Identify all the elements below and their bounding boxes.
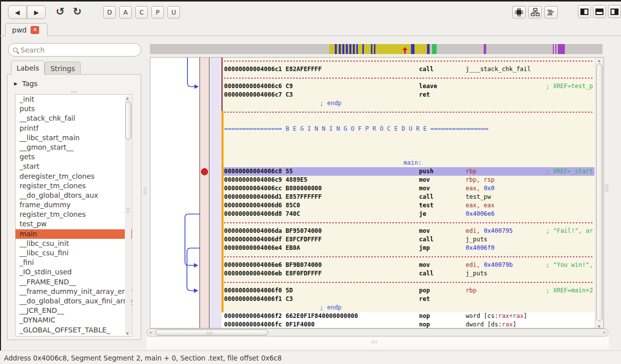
separator-line[interactable] [224,252,594,261]
label-item-__libc_start_main[interactable]: __libc_start_main [16,133,132,143]
type-button-p[interactable]: P [151,6,164,19]
asm-line-00000000004006c6[interactable]: 00000000004006c6 C9leave; XREF=test_p [224,82,594,91]
scroll-down-icon[interactable]: ▼ [598,324,600,328]
label-item-main[interactable]: main [16,229,132,239]
label-item-register_tm_clones[interactable]: register_tm_clones [16,210,132,219]
separator-line[interactable] [224,74,594,82]
sidebar-splitter-grip[interactable] [143,186,147,194]
toggle-bottom-panel-button[interactable] [593,5,606,18]
label-item-deregister_tm_clones[interactable]: deregister_tm_clones [16,172,132,181]
disassembly-hscrollbar[interactable]: ◂ ▸ [146,328,608,336]
asm-line-00000000004006df[interactable]: 00000000004006df E8FCFDFFFFcallj_puts [224,235,594,244]
control-flow-graph-button[interactable] [528,6,542,19]
nav-forward-button[interactable]: ▶ [27,6,46,19]
asm-line-00000000004006eb[interactable]: 00000000004006eb E8F0FDFFFFcallj_puts [224,269,594,278]
type-button-a[interactable]: A [119,6,132,19]
asm-line-00000000004006e6[interactable]: 00000000004006e6 BF9B074000movedi, 0x400… [224,261,594,269]
disassembly-vscrollbar[interactable]: ▲ ▼ [595,58,603,328]
disassembly-view[interactable]: 00000000004006c1 E82AFEFFFFcallj___stack… [150,57,604,328]
address-bytes: 00000000004006cc B800000000 [224,184,322,193]
type-button-c[interactable]: C [135,6,148,19]
disassembly-hscrollbar-thumb[interactable] [155,329,268,335]
search-input[interactable] [21,46,126,54]
endp-text: ; endp [320,303,341,312]
scroll-up-icon[interactable]: ▲ [598,59,600,62]
label-item-_start[interactable]: _start [16,162,132,171]
label-item-__stack_chk_fail[interactable]: __stack_chk_fail [16,114,132,123]
breakpoint-dot[interactable] [201,168,208,175]
asm-line-00000000004006c9[interactable]: 00000000004006c9 4889E5movrbp, rsp [224,176,594,184]
search-box[interactable] [8,43,141,57]
label-item-register_tm_clones[interactable]: register_tm_clones [16,181,132,191]
asm-line-00000000004006c7[interactable]: 00000000004006c7 C3ret [224,91,594,99]
bottom-splitter-grip[interactable] [372,340,377,343]
type-button-u[interactable]: U [167,6,180,19]
toggle-right-panel-button[interactable] [608,5,621,18]
redo-button[interactable]: ↻ [71,5,84,19]
scroll-left-icon[interactable]: ◂ [149,330,151,334]
disassembly-vscrollbar-thumb[interactable] [596,64,602,321]
toggle-left-panel-button[interactable] [578,5,591,18]
label-item-__libc_csu_init[interactable]: __libc_csu_init [16,239,132,248]
label-item-_IO_stdin_used[interactable]: _IO_stdin_used [16,267,132,277]
procedure-banner[interactable]: ================ B E G I N N I N G O F P… [224,125,594,133]
cpu-view-button[interactable] [512,6,526,19]
undo-button[interactable]: ↺ [54,5,67,19]
separator-line[interactable] [224,278,594,286]
tags-splitter-grip[interactable] [72,91,77,93]
tab-close-button[interactable]: ✕ [31,26,39,34]
asm-line-00000000004006f1[interactable]: 00000000004006f1 C3ret [224,295,594,303]
sidebar-tab-strings[interactable]: Strings [45,62,81,75]
type-button-d[interactable]: D [103,6,116,19]
scroll-right-icon[interactable]: ▸ [603,330,605,334]
label-item-_init[interactable]: _init [16,95,132,104]
scroll-up-icon[interactable]: ▲ [126,96,129,100]
mnemonic: call [419,269,434,278]
labels-scrollbar-thumb[interactable] [125,102,131,140]
label-item-__do_global_dtors_aux[interactable]: __do_global_dtors_aux [16,191,132,200]
asm-line-00000000004006d8[interactable]: 00000000004006d8 740Cje0x4006e6 [224,210,594,218]
label-item-gets[interactable]: gets [16,152,132,162]
separator-line[interactable] [224,108,594,116]
label-item-__do_global_dtors_aux_fini_array_entry[interactable]: __do_global_dtors_aux_fini_array_entry [16,296,132,306]
label-item-_GLOBAL_OFFSET_TABLE_[interactable]: _GLOBAL_OFFSET_TABLE_ [16,325,132,335]
mnemonic: leave [419,82,437,91]
label-item-__frame_dummy_init_array_entry[interactable]: __frame_dummy_init_array_entry [16,287,132,296]
label-item-printf[interactable]: printf [16,124,132,133]
asm-line-00000000004006cc[interactable]: 00000000004006cc B800000000moveax, 0x0 [224,184,594,193]
separator-line[interactable] [224,218,594,227]
label-item-__FRAME_END__[interactable]: __FRAME_END__ [16,277,132,287]
proc-label-main[interactable]: main: [224,159,594,167]
separator-line[interactable] [224,57,594,65]
label-item-test_pw[interactable]: test_pw [16,219,132,229]
right-splitter-grip[interactable] [605,183,608,191]
labels-scrollbar[interactable]: ▲ ▼ [125,95,131,336]
label-item-_fini[interactable]: _fini [16,258,132,267]
tab-pwd[interactable]: pwd ✕ [5,23,48,36]
tags-expander[interactable]: ▶ Tags [14,78,38,89]
label-item-puts[interactable]: puts [16,335,132,336]
asm-line-00000000004006c1[interactable]: 00000000004006c1 E82AFEFFFFcallj___stack… [224,65,594,74]
asm-line-00000000004006fc[interactable]: 00000000004006fc 0F1F4000nopdword [ds:ra… [224,320,594,328]
asm-line-00000000004006e4[interactable]: 00000000004006e4 EB0Ajmp0x4006f0 [224,244,594,252]
nav-back-button[interactable]: ◀ [8,6,27,19]
asm-line-00000000004006d6[interactable]: 00000000004006d6 85C0testeax, eax [224,201,594,210]
asm-line-00000000004006da[interactable]: 00000000004006da BF95074000movedi, 0x400… [224,227,594,235]
scroll-down-icon[interactable]: ▼ [126,331,129,335]
endp-line[interactable]: ; endp [224,99,594,108]
label-item-__gmon_start__[interactable]: __gmon_start__ [16,143,132,152]
sidebar-tab-labels[interactable]: Labels [11,61,45,75]
pseudocode-icon [547,9,555,17]
asm-line-00000000004006f2[interactable]: 00000000004006f2 662E0F1F840000000000nop… [224,312,594,320]
navigation-minimap[interactable] [150,44,602,54]
asm-line-00000000004006d1[interactable]: 00000000004006d1 E857FFFFFFcalltest_pw [224,193,594,201]
label-item-puts[interactable]: puts [16,104,132,114]
label-item-frame_dummy[interactable]: frame_dummy [16,200,132,210]
label-item-__JCR_END__[interactable]: __JCR_END__ [16,306,132,315]
asm-line-00000000004006c8[interactable]: 00000000004006c8 55pushrbp; XREF=_start [224,167,594,176]
label-item-__libc_csu_fini[interactable]: __libc_csu_fini [16,248,132,258]
asm-line-00000000004006f0[interactable]: 00000000004006f0 5Dpoprbp; XREF=main+2 [224,286,594,295]
label-item-_DYNAMIC[interactable]: _DYNAMIC [16,315,132,325]
endp-line[interactable]: ; endp [224,303,594,312]
pseudocode-button[interactable] [544,6,558,19]
